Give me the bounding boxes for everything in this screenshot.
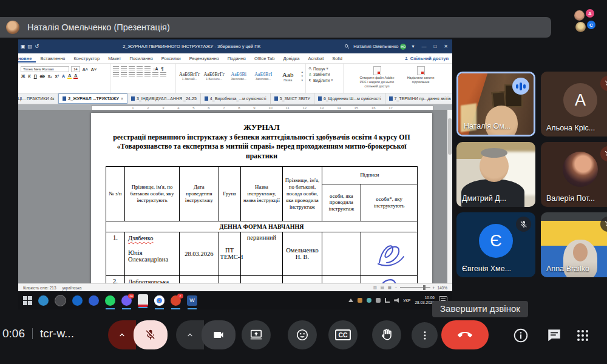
reactions-button[interactable] <box>288 320 317 349</box>
multilevel-list-icon[interactable] <box>129 66 135 71</box>
share-access-button[interactable]: Спільний доступ <box>404 56 452 61</box>
camera-options-button[interactable] <box>176 320 204 349</box>
tab-solid[interactable]: Solid <box>328 55 347 62</box>
participant-tile-dmytro[interactable]: Дмитрий Д... <box>456 142 535 207</box>
superscript-button[interactable]: x² <box>55 74 59 78</box>
doc-tab-6[interactable]: 6_Щоденник Ш...м сумісності <box>314 93 385 104</box>
tab-layout[interactable]: Макет <box>104 55 125 62</box>
select-button[interactable]: Виділити▾ <box>308 78 341 83</box>
replace-button[interactable]: Замінити <box>308 72 341 76</box>
create-pdf-button[interactable]: Створити файл Adobe PDF і надати до ньог… <box>358 66 396 89</box>
taskbar-app-teams-icon[interactable] <box>89 295 99 306</box>
subscript-button[interactable]: x₂ <box>47 74 53 78</box>
participant-tile-natalia[interactable]: Наталія Ом... <box>456 72 535 136</box>
font-color-button[interactable]: А <box>73 73 78 79</box>
document-page[interactable]: ЖУРНАЛ реєстрації первинного інструктажу… <box>91 113 432 283</box>
save-icon[interactable]: ▤ <box>28 44 33 49</box>
bold-button[interactable]: Ж <box>21 74 25 78</box>
participant-tile-anna[interactable]: Anna Brailko <box>541 212 607 277</box>
quick-access-toolbar[interactable]: ▣▤↺ <box>21 44 39 49</box>
style-title[interactable]: Aab Назва <box>277 71 299 82</box>
tab-office-tab[interactable]: Office Tab <box>250 55 279 62</box>
doc-tab-5[interactable]: 5_ЗМІСТ ЗВІТУ <box>271 93 314 104</box>
tab-home[interactable]: Основне <box>18 55 36 62</box>
captions-button[interactable]: CC <box>328 320 358 349</box>
close-tab-icon[interactable]: × <box>121 96 123 101</box>
language-indicator[interactable]: українська <box>63 286 82 290</box>
decrease-indent-icon[interactable] <box>137 66 143 71</box>
align-center-icon[interactable] <box>121 72 127 77</box>
tray-expand-icon[interactable] <box>348 298 353 302</box>
text-effects-button[interactable]: A <box>61 74 66 78</box>
word-user[interactable]: Наталия ОмельченкоНО <box>353 44 406 50</box>
font-size-box[interactable]: 14 <box>71 66 80 72</box>
underline-button[interactable]: П <box>33 74 38 78</box>
tray-icon[interactable] <box>358 298 362 303</box>
ribbon-options-icon[interactable]: ▾ <box>410 44 416 49</box>
doc-tab-3[interactable]: 3_ІНДИВІДУАЛ...АННЯ _24-25 <box>127 93 201 104</box>
taskbar-app-icon[interactable] <box>72 295 83 306</box>
zoom-slider-thumb[interactable] <box>423 285 426 290</box>
numbering-icon[interactable] <box>121 66 127 71</box>
align-left-icon[interactable] <box>113 72 119 77</box>
taskbar-app-edge-icon[interactable] <box>38 295 49 306</box>
tab-view[interactable]: Подання <box>223 55 250 62</box>
tab-help[interactable]: Довідка <box>279 55 304 62</box>
tray-network-icon[interactable] <box>385 298 390 303</box>
participant-tile-alona[interactable]: А Альона Кріс... <box>541 72 607 136</box>
mic-mute-button[interactable] <box>134 320 168 349</box>
send-signature-request-button[interactable]: Надіслати запити підписання <box>404 66 438 84</box>
justify-icon[interactable] <box>137 72 143 77</box>
font-name-box[interactable]: Times New Roman <box>21 66 69 72</box>
minimize-icon[interactable]: — <box>419 44 428 49</box>
highlight-color-button[interactable]: А <box>67 73 72 79</box>
shrink-font-icon[interactable]: A˅ <box>90 67 97 72</box>
tray-language[interactable]: УКР <box>403 298 410 303</box>
taskbar-app-icon[interactable] <box>55 295 66 306</box>
zoom-level[interactable]: 140% <box>437 286 447 290</box>
pilcrow-icon[interactable]: ¶ <box>161 67 164 71</box>
align-right-icon[interactable] <box>129 72 135 77</box>
increase-indent-icon[interactable] <box>144 66 151 71</box>
taskbar-app-icon[interactable]: 2 <box>171 295 181 306</box>
undo-icon[interactable]: ↺ <box>35 44 39 49</box>
tray-icon[interactable] <box>367 298 371 303</box>
shading-icon[interactable] <box>152 72 158 77</box>
tab-references[interactable]: Посилання <box>125 55 157 62</box>
taskbar-chrome-icon[interactable] <box>154 295 164 306</box>
line-spacing-icon[interactable] <box>144 72 151 77</box>
tray-battery-icon[interactable] <box>376 298 381 303</box>
camera-toggle-button[interactable] <box>202 320 236 349</box>
scrollbar-thumb[interactable] <box>448 118 452 155</box>
tab-design[interactable]: Конструктор <box>69 55 104 62</box>
search-icon[interactable] <box>344 44 350 49</box>
present-screen-button[interactable] <box>242 320 271 349</box>
taskbar-app-save-icon[interactable] <box>138 294 148 307</box>
sort-icon[interactable]: ↓A <box>152 67 159 71</box>
vertical-scrollbar[interactable] <box>447 110 452 283</box>
borders-icon[interactable] <box>160 72 166 77</box>
styles-gallery-scroll[interactable]: ▴▾▾ <box>302 70 304 83</box>
tab-acrobat[interactable]: Acrobat <box>304 55 328 62</box>
restore-icon[interactable]: □ <box>432 44 438 49</box>
participant-avatar-cluster[interactable]: A C <box>573 9 605 35</box>
tab-review[interactable]: Рецензування <box>185 55 223 62</box>
zoom-out-icon[interactable]: − <box>395 286 398 290</box>
italic-button[interactable]: К <box>27 74 31 78</box>
doc-tab-7[interactable]: 7_ТЕРМІНИ пр...дання звітів <box>385 93 452 104</box>
tab-insert[interactable]: Вставлення <box>36 55 69 62</box>
chat-button[interactable] <box>546 328 562 346</box>
mic-options-button[interactable] <box>108 320 136 349</box>
taskbar-viber-icon[interactable]: 24 <box>121 295 132 306</box>
doc-tab-1[interactable]: СТРУКЦІ... ПРАКТИКИ 4к <box>18 93 58 104</box>
view-mode-icons[interactable]: ▥ ▤ ▦ <box>373 285 393 290</box>
strikethrough-button[interactable]: ab <box>39 74 46 78</box>
start-button[interactable] <box>23 296 32 305</box>
close-icon[interactable]: ✕ <box>442 44 450 49</box>
style-no-spacing[interactable]: АаБбВгГг 1 Без інте... <box>203 72 226 81</box>
tray-volume-icon[interactable] <box>394 298 399 303</box>
style-heading1[interactable]: АаБбВі Заголово... <box>228 72 250 81</box>
style-normal[interactable]: АаБбВгГг 1 Звичай... <box>178 72 201 81</box>
participant-tile-valeria[interactable]: Валерія Пот... <box>541 142 607 207</box>
style-heading2[interactable]: АаБбВгІ Заголово... <box>253 72 275 81</box>
